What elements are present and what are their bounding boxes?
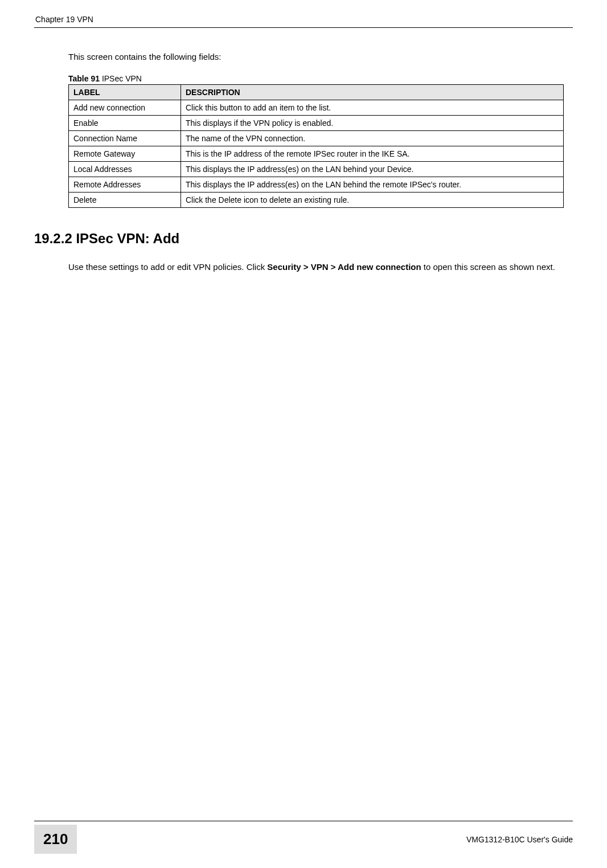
cell-label: Connection Name	[69, 131, 181, 146]
intro-paragraph: This screen contains the following field…	[68, 51, 567, 63]
section-body: Use these settings to add or edit VPN po…	[68, 261, 567, 274]
table-row: Connection Name The name of the VPN conn…	[69, 131, 564, 146]
cell-desc: Click the Delete icon to delete an exist…	[181, 193, 564, 208]
table-row: Remote Addresses This displays the IP ad…	[69, 177, 564, 193]
cell-desc: Click this button to add an item to the …	[181, 100, 564, 116]
footer-rule	[34, 821, 573, 821]
cell-desc: This displays the IP address(es) on the …	[181, 177, 564, 193]
table-title: IPSec VPN	[100, 74, 142, 83]
th-label: LABEL	[69, 85, 181, 100]
section-body-post: to open this screen as shown next.	[421, 262, 555, 272]
header-rule	[34, 27, 573, 28]
table-row: Enable This displays if the VPN policy i…	[69, 116, 564, 131]
page-number: 210	[34, 825, 77, 854]
header-left: Chapter 19 VPN	[35, 15, 93, 24]
page: Chapter 19 VPN This screen contains the …	[0, 0, 607, 868]
table-row: Delete Click the Delete icon to delete a…	[69, 193, 564, 208]
footer-guide: VMG1312-B10C User's Guide	[466, 835, 573, 844]
table-row: Add new connection Click this button to …	[69, 100, 564, 116]
fields-table: LABEL DESCRIPTION Add new connection Cli…	[68, 84, 564, 208]
cell-desc: This displays the IP address(es) on the …	[181, 162, 564, 177]
cell-desc-post: icon to delete an existing rule.	[241, 195, 349, 204]
running-header: Chapter 19 VPN	[34, 15, 573, 24]
cell-desc: This displays if the VPN policy is enabl…	[181, 116, 564, 131]
cell-label: Enable	[69, 116, 181, 131]
cell-desc: This is the IP address of the remote IPS…	[181, 146, 564, 162]
cell-label: Local Addresses	[69, 162, 181, 177]
section-body-pre: Use these settings to add or edit VPN po…	[68, 262, 267, 272]
section-heading: 19.2.2 IPSec VPN: Add	[34, 231, 573, 247]
th-description: DESCRIPTION	[181, 85, 564, 100]
footer-row: 210 VMG1312-B10C User's Guide	[34, 825, 573, 854]
cell-desc: The name of the VPN connection.	[181, 131, 564, 146]
cell-label: Remote Gateway	[69, 146, 181, 162]
cell-desc-bold: Delete	[219, 195, 241, 204]
footer: 210 VMG1312-B10C User's Guide	[34, 821, 573, 854]
cell-label: Add new connection	[69, 100, 181, 116]
table-row: Remote Gateway This is the IP address of…	[69, 146, 564, 162]
table-row: Local Addresses This displays the IP add…	[69, 162, 564, 177]
table-caption: Table 91 IPSec VPN	[68, 74, 573, 83]
table-number: Table 91	[68, 74, 100, 83]
cell-label: Remote Addresses	[69, 177, 181, 193]
section-body-bold: Security > VPN > Add new connection	[267, 262, 421, 272]
cell-label: Delete	[69, 193, 181, 208]
cell-desc-pre: Click the	[186, 195, 219, 204]
table-header-row: LABEL DESCRIPTION	[69, 85, 564, 100]
